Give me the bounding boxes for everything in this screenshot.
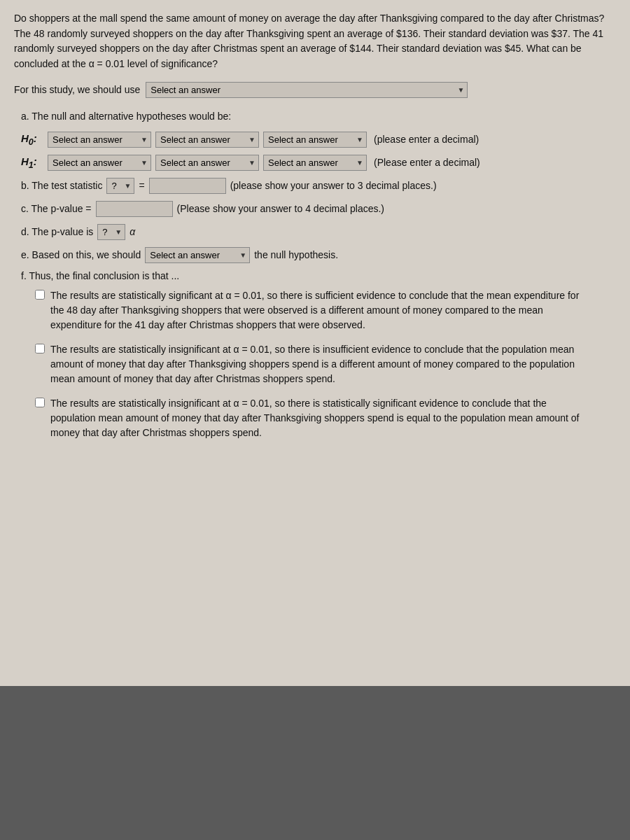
h1-select1-wrapper: Select an answer (48, 155, 151, 171)
pvalue-compare-wrapper: ? (97, 224, 125, 240)
option-3-text: The results are statistically insignific… (50, 396, 582, 440)
section-e-prefix: e. Based on this, we should (21, 249, 141, 260)
option-2-text: The results are statistically insignific… (50, 342, 582, 386)
test-stat-input[interactable] (149, 178, 226, 194)
section-b-note: (please show your answer to 3 decimal pl… (230, 180, 437, 191)
study-row: For this study, we should use Select an … (14, 82, 616, 98)
option-1-text: The results are statistically significan… (50, 288, 582, 332)
conclusion-select-wrapper: Select an answer (145, 247, 250, 263)
test-stat-q-select[interactable]: ? (106, 178, 134, 194)
study-select[interactable]: Select an answer (146, 82, 468, 98)
section-d-row: d. The p-value is ? α (21, 224, 616, 240)
option-1-row: The results are statistically significan… (35, 288, 616, 332)
problem-text: Do shoppers at the mall spend the same a… (14, 11, 616, 72)
section-f-label-row: f. Thus, the final conclusion is that ..… (21, 270, 616, 281)
h0-select1[interactable]: Select an answer (48, 132, 151, 148)
h0-select3-wrapper: Select an answer (263, 132, 367, 148)
h1-select3-wrapper: Select an answer (263, 155, 367, 171)
section-d-label: d. The p-value is (21, 226, 93, 237)
section-e-suffix: the null hypothesis. (254, 249, 338, 260)
section-c-row: c. The p-value = (Please show your answe… (21, 201, 616, 217)
equals-sign: = (139, 180, 144, 191)
section-b-label: b. The test statistic (21, 180, 102, 191)
option-2-row: The results are statistically insignific… (35, 342, 616, 386)
section-a-label: a. The null and alternative hypotheses w… (21, 111, 616, 122)
h1-select3[interactable]: Select an answer (263, 155, 367, 171)
h1-select1[interactable]: Select an answer (48, 155, 151, 171)
h0-select2-wrapper: Select an answer (155, 132, 259, 148)
option-1-checkbox[interactable] (35, 290, 45, 300)
h0-select1-wrapper: Select an answer (48, 132, 151, 148)
conclusion-select[interactable]: Select an answer (145, 247, 250, 263)
study-select-wrapper: Select an answer (146, 82, 468, 98)
h0-select2[interactable]: Select an answer (155, 132, 259, 148)
h1-label: H1: (21, 155, 43, 170)
alpha-symbol: α (130, 226, 135, 237)
pvalue-compare-select[interactable]: ? (97, 224, 125, 240)
option-3-row: The results are statistically insignific… (35, 396, 616, 440)
h0-label: H0: (21, 132, 43, 147)
h0-select3[interactable]: Select an answer (263, 132, 367, 148)
h1-select2[interactable]: Select an answer (155, 155, 259, 171)
section-c-label: c. The p-value = (21, 203, 92, 214)
h1-row: H1: Select an answer Select an answer Se… (21, 155, 616, 171)
option-2-checkbox[interactable] (35, 344, 45, 354)
h1-select2-wrapper: Select an answer (155, 155, 259, 171)
h0-row: H0: Select an answer Select an answer Se… (21, 132, 616, 148)
test-stat-q-wrapper: ? (106, 178, 134, 194)
section-e-row: e. Based on this, we should Select an an… (21, 247, 616, 263)
section-c-note: (Please show your answer to 4 decimal pl… (177, 203, 384, 214)
h1-decimal-note: (Please enter a decimal) (374, 157, 480, 168)
option-3-checkbox[interactable] (35, 398, 45, 407)
pvalue-input[interactable] (96, 201, 173, 217)
h0-decimal-note: (please enter a decimal) (374, 134, 479, 145)
study-prefix: For this study, we should use (14, 84, 140, 95)
section-f-label: f. Thus, the final conclusion is that ..… (21, 270, 179, 281)
section-b-row: b. The test statistic ? = (please show y… (21, 178, 616, 194)
